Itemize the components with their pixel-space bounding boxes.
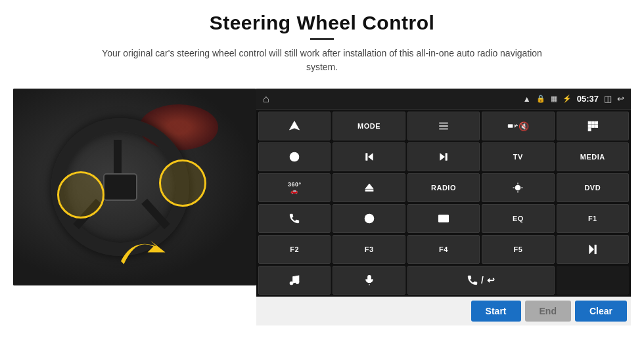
svg-rect-26 bbox=[438, 215, 448, 222]
svg-rect-6 bbox=[591, 121, 594, 124]
start-button[interactable]: Start bbox=[471, 301, 521, 322]
page-container: Steering Wheel Control Your original car… bbox=[0, 0, 644, 357]
play-pause-button[interactable] bbox=[557, 235, 629, 264]
highlight-right bbox=[159, 159, 206, 207]
bottom-action-bar: Start End Clear bbox=[256, 297, 631, 326]
button-grid: MODE 🔇 bbox=[256, 110, 631, 297]
page-title: Steering Wheel Control bbox=[92, 12, 552, 34]
svg-point-30 bbox=[296, 281, 299, 284]
sw-hub bbox=[103, 173, 137, 201]
call-end-button[interactable]: / ↩ bbox=[407, 266, 555, 295]
phone-button[interactable] bbox=[258, 204, 331, 233]
sim-icon: ▦ bbox=[551, 94, 557, 103]
clear-button[interactable]: Clear bbox=[575, 301, 627, 322]
svg-rect-5 bbox=[588, 121, 591, 124]
svg-rect-11 bbox=[588, 129, 591, 131]
navigate-button[interactable] bbox=[258, 112, 331, 140]
home-icon[interactable]: ⌂ bbox=[263, 93, 269, 105]
browse-button[interactable] bbox=[333, 204, 405, 233]
title-divider bbox=[310, 38, 334, 40]
sw-background bbox=[13, 89, 256, 285]
svg-rect-8 bbox=[588, 125, 591, 128]
f4-button[interactable]: F4 bbox=[407, 235, 480, 264]
radio-button[interactable]: RADIO bbox=[407, 173, 480, 202]
apps-button[interactable] bbox=[557, 112, 629, 140]
svg-marker-18 bbox=[365, 184, 373, 189]
svg-rect-28 bbox=[595, 245, 596, 254]
status-left: ⌂ bbox=[263, 93, 269, 105]
svg-marker-27 bbox=[589, 245, 594, 254]
status-right: ▲ 🔒 ▦ ⚡ 05:37 ◫ ↩ bbox=[523, 94, 624, 104]
back-icon[interactable]: ↩ bbox=[617, 94, 624, 104]
end-button[interactable]: End bbox=[525, 301, 571, 322]
svg-rect-17 bbox=[446, 154, 447, 161]
dvd-button[interactable]: DVD bbox=[557, 173, 629, 202]
title-section: Steering Wheel Control Your original car… bbox=[92, 12, 552, 74]
svg-point-13 bbox=[293, 156, 296, 159]
eject-button[interactable] bbox=[333, 173, 405, 202]
sw-spoke-top bbox=[114, 140, 122, 174]
svg-marker-16 bbox=[440, 154, 445, 161]
settings-circle-button[interactable] bbox=[258, 142, 331, 171]
f2-button[interactable]: F2 bbox=[258, 235, 331, 264]
lock-icon: 🔒 bbox=[536, 94, 545, 103]
bluetooth-icon: ⚡ bbox=[563, 94, 572, 103]
f5-button[interactable]: F5 bbox=[482, 235, 554, 264]
screen-button[interactable] bbox=[407, 204, 480, 233]
svg-rect-10 bbox=[595, 125, 598, 128]
status-bar: ⌂ ▲ 🔒 ▦ ⚡ 05:37 ◫ ↩ bbox=[256, 89, 631, 110]
head-unit-panel: ⌂ ▲ 🔒 ▦ ⚡ 05:37 ◫ ↩ bbox=[256, 89, 631, 326]
prev-button[interactable] bbox=[333, 142, 405, 171]
music-button[interactable] bbox=[258, 266, 331, 295]
content-area: ⌂ ▲ 🔒 ▦ ⚡ 05:37 ◫ ↩ bbox=[13, 89, 631, 326]
svg-rect-15 bbox=[365, 154, 367, 161]
brightness-button[interactable] bbox=[482, 173, 554, 202]
eq-button[interactable]: EQ bbox=[482, 204, 554, 233]
wifi-icon: ▲ bbox=[523, 94, 531, 104]
empty-r6c5 bbox=[557, 266, 629, 295]
page-subtitle: Your original car's steering wheel contr… bbox=[92, 47, 552, 74]
mode-button[interactable]: MODE bbox=[333, 112, 405, 140]
media-button[interactable]: MEDIA bbox=[557, 142, 629, 171]
svg-point-29 bbox=[290, 282, 293, 285]
svg-rect-19 bbox=[365, 190, 373, 191]
steering-wheel-image bbox=[13, 89, 256, 285]
svg-point-20 bbox=[516, 185, 521, 190]
svg-line-4 bbox=[516, 125, 517, 126]
tv-button[interactable]: TV bbox=[482, 142, 554, 171]
list-button[interactable] bbox=[407, 112, 480, 140]
svg-rect-7 bbox=[595, 121, 598, 124]
next-button[interactable] bbox=[407, 142, 480, 171]
time-display: 05:37 bbox=[577, 94, 599, 104]
mic-button[interactable] bbox=[333, 266, 405, 295]
arrow-icon bbox=[115, 223, 174, 276]
window-icon: ◫ bbox=[604, 94, 612, 104]
svg-marker-14 bbox=[368, 154, 373, 161]
svg-rect-9 bbox=[591, 125, 594, 128]
mute-button[interactable]: 🔇 bbox=[482, 112, 554, 140]
highlight-left bbox=[57, 171, 104, 219]
360-button[interactable]: 360°🚗 bbox=[258, 173, 331, 202]
svg-marker-0 bbox=[290, 121, 300, 131]
f3-button[interactable]: F3 bbox=[333, 235, 405, 264]
f1-button[interactable]: F1 bbox=[557, 204, 629, 233]
